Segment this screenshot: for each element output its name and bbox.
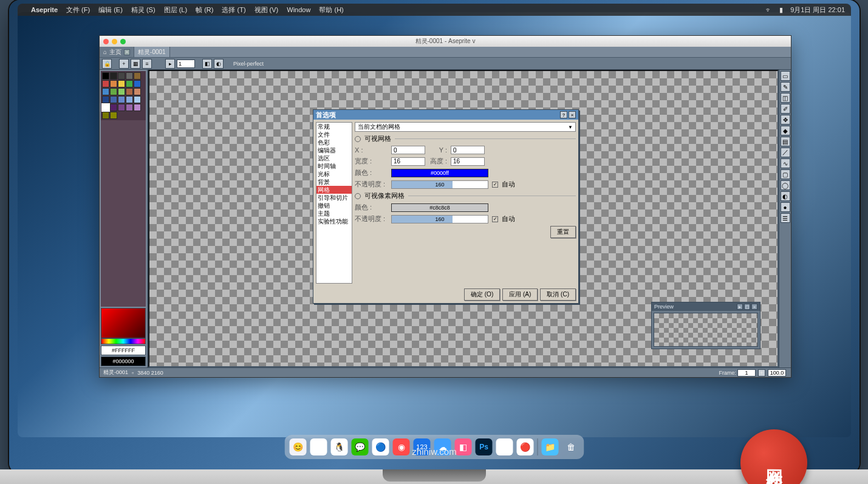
toolbar-ink-icon[interactable]: ◧ — [202, 59, 212, 69]
grid-scope-dropdown[interactable]: 当前文档的网格 ▼ — [355, 122, 576, 132]
dialog-help-icon[interactable]: ? — [560, 111, 567, 118]
palette-swatch[interactable] — [126, 96, 133, 103]
move-icon[interactable]: ✥ — [781, 115, 790, 124]
dock-chrome-icon[interactable]: 🔵 — [372, 438, 389, 455]
tab-home[interactable]: ⌂ 主页 × — [100, 47, 134, 57]
status-frame-add-icon[interactable]: + — [758, 369, 765, 377]
palette-swatch[interactable] — [102, 96, 109, 103]
rect-icon[interactable]: ▢ — [781, 169, 790, 179]
pixel-auto-checkbox[interactable] — [492, 216, 498, 222]
menubar-item-select[interactable]: 选择 (T) — [222, 5, 245, 15]
eyedropper-icon[interactable]: ✐ — [781, 104, 790, 114]
palette-swatch[interactable] — [110, 88, 117, 95]
palette-swatch[interactable] — [126, 104, 133, 111]
toolbar-options-icon[interactable]: ▦ — [131, 59, 140, 69]
dialog-sidebar-item[interactable]: 时间轴 — [316, 162, 352, 170]
palette-swatch[interactable] — [134, 80, 141, 87]
eraser-icon[interactable]: ◫ — [781, 93, 790, 103]
ellipse-icon[interactable]: ◯ — [781, 180, 790, 190]
grid-width-input[interactable] — [391, 157, 425, 166]
dock-launchpad-icon[interactable]: ▦ — [310, 438, 327, 455]
preview-close-icon[interactable]: × — [751, 304, 757, 310]
gradient-icon[interactable]: ▤ — [781, 137, 790, 146]
menubar-item-view[interactable]: 视图 (V) — [255, 5, 279, 15]
palette-swatch[interactable] — [126, 88, 133, 95]
preview-center-icon[interactable]: ◻ — [744, 304, 750, 310]
grid-auto-checkbox[interactable] — [492, 182, 498, 188]
menubar-wifi-icon[interactable]: ᯤ — [765, 6, 772, 13]
dock-photoshop-icon[interactable]: Ps — [476, 438, 493, 455]
color-preview-box[interactable] — [101, 308, 146, 338]
menubar-battery-icon[interactable]: ▮ — [779, 6, 783, 14]
dialog-sidebar-item[interactable]: 网格 — [316, 186, 352, 194]
window-minimize-button[interactable] — [112, 39, 117, 44]
palette-swatch[interactable] — [134, 104, 141, 111]
bg-color-hex-field[interactable]: #000000 — [101, 356, 146, 366]
palette-swatch[interactable] — [134, 72, 141, 80]
menubar-app-name[interactable]: Aseprite — [31, 6, 58, 13]
contour-icon[interactable]: ◐ — [781, 191, 790, 201]
palette-swatch[interactable] — [118, 96, 125, 103]
dock-chrome2-icon[interactable]: 🔴 — [517, 438, 534, 455]
palette-swatch[interactable] — [110, 112, 117, 119]
dialog-sidebar-item[interactable]: 文件 — [316, 131, 352, 138]
palette-swatch[interactable] — [102, 112, 109, 119]
toolbar-lock-icon[interactable]: 🔒 — [102, 59, 112, 69]
palette-swatch[interactable] — [118, 104, 125, 111]
dialog-sidebar-item[interactable]: 光标 — [316, 170, 352, 178]
curve-icon[interactable]: ∿ — [781, 158, 790, 168]
palette-swatch[interactable] — [102, 88, 109, 95]
marquee-icon[interactable]: ▭ — [781, 71, 790, 81]
jumble-icon[interactable]: ☰ — [781, 213, 790, 223]
menubar-item-window[interactable]: Window — [287, 6, 310, 13]
grid-x-input[interactable] — [391, 146, 425, 154]
dialog-sidebar-item[interactable]: 引导和切片 — [316, 194, 352, 202]
palette-swatch[interactable] — [126, 72, 133, 80]
status-zoom-input[interactable] — [768, 369, 786, 377]
menubar-item-file[interactable]: 文件 (F) — [66, 5, 90, 15]
dock-folder-icon[interactable]: 📁 — [542, 438, 559, 455]
dialog-sidebar-item[interactable]: 撤销 — [316, 202, 352, 210]
dock-trash-icon[interactable]: 🗑 — [562, 438, 579, 455]
palette-swatch[interactable] — [110, 80, 117, 87]
palette-swatch[interactable] — [118, 72, 125, 80]
preview-canvas[interactable] — [654, 313, 758, 347]
dock-aseprite-icon[interactable]: ▫▫ — [496, 438, 513, 455]
dock-finder-icon[interactable]: 😊 — [290, 438, 307, 455]
toolbar-shading-icon[interactable]: ◐ — [214, 59, 224, 69]
menubar-item-edit[interactable]: 编辑 (E) — [98, 5, 123, 15]
grid-opacity-slider[interactable]: 160 — [391, 180, 488, 189]
tab-close-icon[interactable]: × — [124, 49, 130, 55]
menubar-item-layer[interactable]: 图层 (L) — [164, 5, 188, 15]
palette-swatch[interactable] — [110, 104, 117, 111]
window-close-button[interactable] — [103, 39, 109, 44]
reset-button[interactable]: 重置 — [550, 226, 576, 238]
window-maximize-button[interactable] — [120, 39, 126, 44]
dialog-close-icon[interactable]: × — [569, 111, 576, 118]
dialog-sidebar-item[interactable]: 实验性功能 — [316, 217, 352, 225]
dock-app1-icon[interactable]: ◉ — [393, 438, 410, 455]
grid-color-button[interactable]: #0000ff — [391, 169, 488, 177]
visible-grid-radio[interactable] — [355, 136, 361, 142]
pixel-opacity-slider[interactable]: 160 — [391, 215, 488, 223]
grid-height-input[interactable] — [451, 157, 485, 166]
hue-slider[interactable] — [101, 338, 146, 344]
pencil-icon[interactable]: ✎ — [781, 82, 790, 92]
menubar-item-sprite[interactable]: 精灵 (S) — [131, 5, 155, 15]
palette-swatch[interactable] — [102, 72, 109, 80]
menubar-datetime[interactable]: 9月1日 周日 22:01 — [790, 5, 845, 15]
tab-sprite[interactable]: 精灵-0001 — [134, 47, 170, 57]
palette-swatch[interactable] — [110, 96, 117, 103]
toolbar-brush-icon[interactable]: ▸ — [165, 59, 175, 69]
toolbar-pixel-perfect-label[interactable]: Pixel-perfect — [233, 61, 264, 67]
palette-swatch[interactable] — [110, 72, 117, 80]
palette-swatch[interactable] — [118, 80, 125, 87]
dialog-sidebar-item[interactable]: 主题 — [316, 210, 352, 217]
dock-qq-icon[interactable]: 🐧 — [331, 438, 348, 455]
menubar-item-help[interactable]: 帮助 (H) — [319, 5, 343, 15]
blur-icon[interactable]: ● — [781, 202, 790, 212]
line-icon[interactable]: ／ — [781, 148, 790, 157]
dialog-sidebar-item[interactable]: 常规 — [316, 123, 352, 131]
toolbar-add-icon[interactable]: + — [119, 59, 129, 69]
palette-swatch[interactable] — [126, 80, 133, 87]
